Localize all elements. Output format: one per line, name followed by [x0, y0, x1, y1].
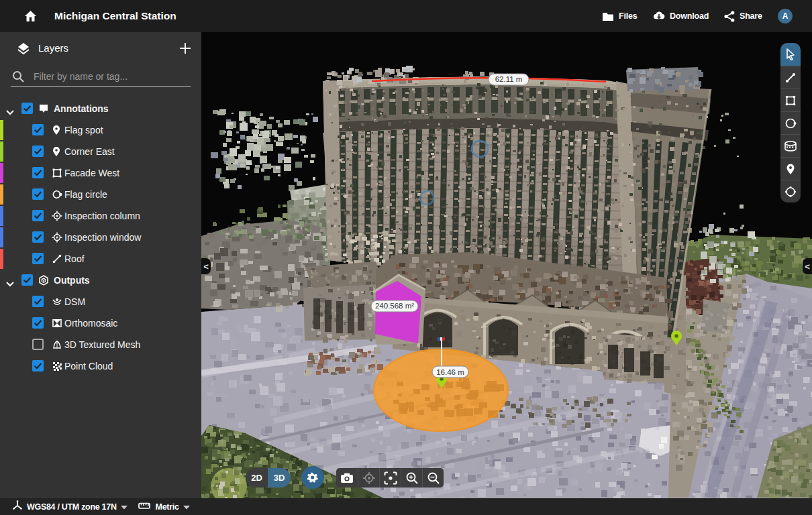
- svg-text:16.46 m: 16.46 m: [436, 368, 464, 376]
- svg-text:240.568 m²: 240.568 m²: [375, 302, 414, 310]
- svg-text:62.11 m: 62.11 m: [495, 75, 523, 83]
